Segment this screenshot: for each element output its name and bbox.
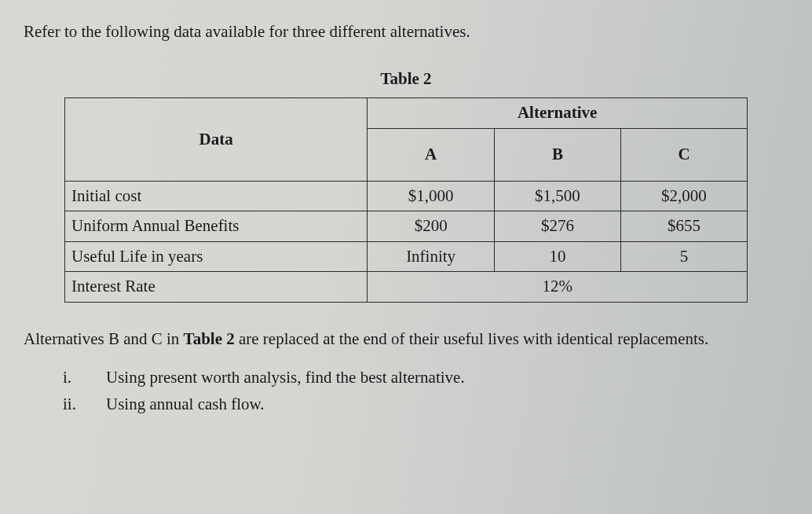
list-item: i. Using present worth analysis, find th…: [63, 365, 788, 391]
data-table: Data Alternative A B C Initial cost $1,0…: [64, 97, 748, 303]
row-label: Uniform Annual Benefits: [65, 211, 368, 242]
cell: 5: [620, 241, 747, 272]
table-row: Useful Life in years Infinity 10 5: [65, 241, 748, 272]
cell: $655: [620, 211, 747, 242]
cell: $2,000: [620, 181, 747, 211]
table-row: Interest Rate 12%: [65, 272, 748, 303]
question-number: i.: [63, 365, 106, 391]
question-text: Using present worth analysis, find the b…: [106, 365, 465, 391]
intro-text: Refer to the following data available fo…: [24, 20, 788, 45]
table-row: Initial cost $1,000 $1,500 $2,000: [65, 181, 748, 211]
header-data: Data: [65, 98, 368, 182]
row-label: Interest Rate: [65, 272, 368, 303]
cell: $200: [368, 211, 495, 242]
list-item: ii. Using annual cash flow.: [63, 392, 788, 417]
table-title: Table 2: [24, 67, 788, 92]
questions-list: i. Using present worth analysis, find th…: [63, 365, 788, 417]
note-bold: Table 2: [184, 329, 235, 348]
cell: $1,000: [368, 181, 495, 211]
cell: 10: [494, 241, 620, 272]
header-alternative: Alternative: [368, 98, 748, 129]
question-number: ii.: [63, 392, 106, 417]
header-col-a: A: [368, 128, 495, 181]
cell: 12%: [368, 272, 748, 303]
question-text: Using annual cash flow.: [106, 392, 265, 417]
header-col-c: C: [620, 128, 747, 181]
note-text: Alternatives B and C in Table 2 are repl…: [24, 326, 788, 352]
cell: $276: [494, 211, 620, 242]
header-col-b: B: [494, 128, 620, 181]
note-part2: are replaced at the end of their useful …: [235, 329, 709, 348]
row-label: Useful Life in years: [65, 241, 368, 272]
row-label: Initial cost: [65, 181, 368, 211]
note-part1: Alternatives B and C in: [24, 329, 184, 348]
table-row: Uniform Annual Benefits $200 $276 $655: [65, 211, 748, 242]
cell: Infinity: [368, 241, 495, 272]
cell: $1,500: [494, 181, 620, 211]
